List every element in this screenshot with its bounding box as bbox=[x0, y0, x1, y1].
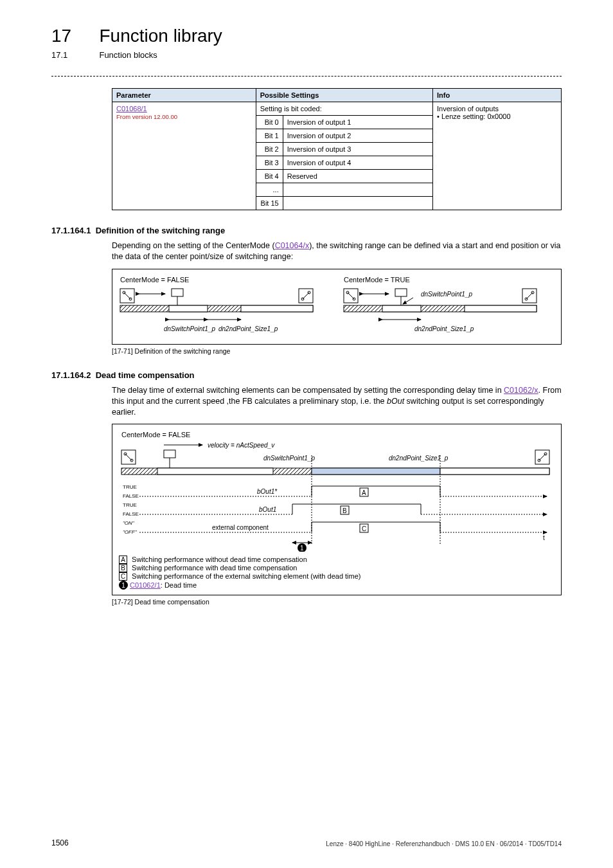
velocity-label: velocity = nActSpeed_v bbox=[208, 442, 275, 449]
delay-link[interactable]: C01062/x bbox=[504, 386, 538, 395]
bout1-label: bOut1 bbox=[259, 506, 276, 513]
p2-label-left: dn2ndPoint_Size1_p bbox=[218, 325, 278, 332]
letter-b-icon: B bbox=[119, 564, 127, 572]
legend-d: 1 C01062/1: Dead time bbox=[119, 581, 555, 590]
sec2-num: 17.1.164.2 bbox=[51, 370, 91, 380]
bit-desc: Reserved bbox=[283, 170, 432, 183]
bit-label: Bit 15 bbox=[256, 197, 283, 210]
svg-text:1: 1 bbox=[300, 545, 304, 552]
td-param: C01068/1 From version 12.00.00 bbox=[112, 102, 256, 210]
sec1-text-before: Depending on the setting of the CenterMo… bbox=[112, 241, 275, 250]
svg-rect-21 bbox=[395, 289, 407, 296]
sec1-title: Definition of the switching range bbox=[96, 226, 226, 235]
legend-d-text: : Dead time bbox=[161, 581, 197, 589]
chapter-title: Function library bbox=[99, 26, 222, 46]
th-parameter: Parameter bbox=[112, 89, 256, 102]
sec2-para: The delay time of external switching ele… bbox=[112, 385, 562, 418]
caption-17-72: [17-72] Dead time compensation bbox=[112, 598, 562, 606]
td-info: Inversion of outputs • Lenze setting: 0x… bbox=[433, 102, 562, 210]
bit-desc: Inversion of output 3 bbox=[283, 143, 432, 156]
svg-text:B: B bbox=[342, 507, 347, 514]
deadtime-link[interactable]: C01062/1 bbox=[130, 581, 161, 589]
footer-info: Lenze · 8400 HighLine · Referenzhandbuch… bbox=[326, 840, 562, 847]
section-1-heading: 17.1.164.1 Definition of the switching r… bbox=[51, 226, 562, 235]
ext-label: external component bbox=[212, 524, 269, 531]
legend-a-text: Switching performance without dead time … bbox=[130, 556, 307, 563]
legend-c: C Switching performance of the external … bbox=[119, 572, 555, 581]
bout-italic: bOut bbox=[387, 397, 404, 406]
svg-rect-30 bbox=[465, 305, 537, 312]
svg-line-23 bbox=[403, 298, 413, 304]
svg-rect-5 bbox=[172, 289, 183, 296]
th-info: Info bbox=[433, 89, 562, 102]
svg-rect-37 bbox=[164, 450, 175, 458]
false-1: FALSE bbox=[123, 493, 139, 499]
svg-text:C: C bbox=[362, 525, 366, 532]
true-2: TRUE bbox=[123, 502, 137, 508]
bit-desc bbox=[283, 183, 432, 197]
sp1-label-2: dnSwitchPoint1_p bbox=[263, 455, 315, 462]
t-label: t bbox=[543, 534, 545, 541]
info-line-2: • Lenze setting: 0x0000 bbox=[437, 113, 511, 120]
bit-label: Bit 0 bbox=[256, 116, 283, 129]
svg-rect-48 bbox=[440, 468, 549, 475]
param-link[interactable]: C01068/1 bbox=[116, 105, 147, 113]
svg-rect-12 bbox=[169, 305, 208, 312]
legend-c-text: Switching performance of the external sw… bbox=[130, 572, 361, 580]
bit-desc: Inversion of output 4 bbox=[283, 156, 432, 170]
sec2-text-pre: The delay time of external switching ele… bbox=[112, 386, 504, 395]
diagram-deadtime: CenterMode = FALSE velocity = nActSpeed_… bbox=[112, 424, 562, 595]
chapter-number: 17 bbox=[51, 26, 96, 46]
bit-label: Bit 4 bbox=[256, 170, 283, 183]
on-label: "ON" bbox=[123, 520, 135, 526]
svg-rect-46 bbox=[157, 468, 273, 475]
bit-desc: Inversion of output 2 bbox=[283, 129, 432, 143]
bout1star-label: bOut1* bbox=[257, 488, 278, 495]
circle-1-icon: 1 bbox=[119, 581, 128, 590]
p2-label-right: dn2ndPoint_Size1_p bbox=[414, 325, 474, 332]
sp1-label-right: dnSwitchPoint1_p bbox=[421, 291, 472, 298]
page-number: 1506 bbox=[51, 838, 69, 847]
sec1-num: 17.1.164.1 bbox=[51, 226, 91, 235]
sec1-para: Depending on the setting of the CenterMo… bbox=[112, 240, 562, 262]
bit-label: Bit 3 bbox=[256, 156, 283, 170]
cm-false-label: CenterMode = FALSE bbox=[120, 276, 189, 284]
letter-a-icon: A bbox=[119, 556, 127, 564]
svg-text:A: A bbox=[362, 489, 366, 496]
bit-label: Bit 2 bbox=[256, 143, 283, 156]
td-setting-head: Setting is bit coded: bbox=[256, 102, 432, 116]
separator bbox=[51, 76, 562, 77]
bit-label: Bit 1 bbox=[256, 129, 283, 143]
diagram-switching-range: CenterMode = FALSE dnSwitchPoint1_p dn2n… bbox=[112, 269, 562, 345]
cm-true-label: CenterMode = TRUE bbox=[344, 276, 410, 284]
sec2-title: Dead time compensation bbox=[96, 370, 195, 380]
info-line-1: Inversion of outputs bbox=[437, 105, 499, 113]
true-1: TRUE bbox=[123, 484, 137, 490]
section-title: Function blocks bbox=[99, 50, 157, 60]
parameter-table: Parameter Possible Settings Info C01068/… bbox=[112, 88, 562, 210]
sp1-label-left: dnSwitchPoint1_p bbox=[164, 325, 215, 332]
legend-b-text: Switching performance with dead time com… bbox=[130, 564, 297, 572]
bit-label: ... bbox=[256, 183, 283, 197]
bit-desc: Inversion of output 1 bbox=[283, 116, 432, 129]
th-settings: Possible Settings bbox=[256, 89, 432, 102]
legend-a: A Switching performance without dead tim… bbox=[119, 556, 555, 564]
false-2: FALSE bbox=[123, 511, 139, 517]
caption-17-71: [17-71] Definition of the switching rang… bbox=[112, 347, 562, 355]
letter-c-icon: C bbox=[119, 572, 127, 581]
off-label: "OFF" bbox=[123, 529, 138, 535]
section-number: 17.1 bbox=[51, 50, 96, 60]
bit-desc bbox=[283, 197, 432, 210]
svg-rect-29 bbox=[382, 305, 421, 312]
section-2-heading: 17.1.164.2 Dead time compensation bbox=[51, 370, 562, 380]
param-version-note: From version 12.00.00 bbox=[116, 113, 177, 120]
cm-false-2: CenterMode = FALSE bbox=[121, 431, 190, 439]
centermode-link[interactable]: C01064/x bbox=[275, 241, 310, 250]
svg-rect-13 bbox=[241, 305, 313, 312]
svg-rect-47 bbox=[312, 468, 440, 475]
p2-label-2: dn2ndPoint_Size1_p bbox=[389, 455, 449, 462]
legend-b: B Switching performance with dead time c… bbox=[119, 564, 555, 572]
